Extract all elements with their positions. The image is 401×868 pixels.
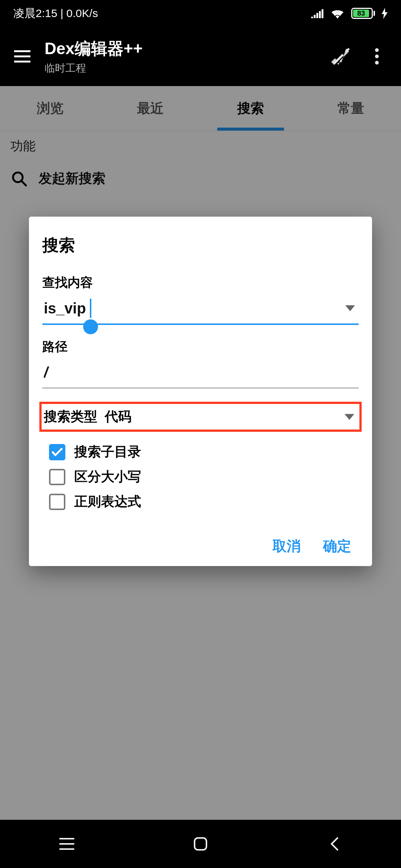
app-toolbar: Dex编辑器++ 临时工程: [0, 27, 401, 86]
back-icon[interactable]: [323, 833, 345, 855]
checkbox-unchecked-icon[interactable]: [49, 469, 65, 485]
cancel-button[interactable]: 取消: [273, 537, 301, 556]
check-regex-row[interactable]: 正则表达式: [49, 493, 359, 511]
soft-nav-bar: [0, 820, 401, 868]
check-subdir-row[interactable]: 搜索子目录: [49, 443, 359, 461]
ok-button[interactable]: 确定: [323, 537, 351, 556]
checkbox-unchecked-icon[interactable]: [49, 494, 65, 510]
search-type-row[interactable]: 搜索类型 代码: [39, 402, 362, 432]
type-value: 代码: [105, 408, 131, 426]
charging-icon: [382, 8, 388, 19]
check-case-label: 区分大小写: [74, 468, 141, 486]
check-case-row[interactable]: 区分大小写: [49, 468, 359, 486]
search-dialog: 搜索 查找内容 路径 搜索类型 代码 搜索子目录 区分大小写: [29, 217, 372, 566]
content-label: 查找内容: [42, 274, 359, 291]
content-field[interactable]: [42, 295, 359, 325]
path-label: 路径: [42, 338, 359, 355]
check-subdir-label: 搜索子目录: [74, 443, 141, 461]
dialog-title: 搜索: [42, 234, 359, 256]
cursor-handle[interactable]: [83, 319, 98, 334]
menu-button[interactable]: [7, 42, 37, 71]
wifi-icon: [330, 8, 345, 19]
status-time: 凌晨2:15 | 0.0K/s: [13, 6, 98, 21]
check-regex-label: 正则表达式: [74, 493, 141, 511]
build-icon[interactable]: [327, 43, 353, 69]
svg-point-1: [375, 55, 379, 58]
app-subtitle: 临时工程: [45, 61, 327, 75]
signal-icon: [311, 9, 324, 18]
path-field[interactable]: [42, 359, 359, 388]
type-label: 搜索类型: [44, 408, 97, 426]
svg-point-2: [375, 61, 379, 65]
chevron-down-icon[interactable]: [345, 305, 355, 311]
path-input[interactable]: [42, 359, 359, 388]
svg-rect-4: [195, 838, 206, 850]
more-icon[interactable]: [364, 43, 390, 69]
battery-pct: 83: [353, 10, 369, 17]
chevron-down-icon: [345, 414, 354, 420]
recent-apps-icon[interactable]: [56, 833, 78, 855]
battery-icon: 83: [351, 8, 375, 19]
svg-point-0: [375, 48, 379, 52]
text-cursor: [90, 299, 91, 318]
home-icon[interactable]: [189, 833, 212, 855]
status-bar: 凌晨2:15 | 0.0K/s 83: [0, 0, 401, 27]
app-title: Dex编辑器++: [45, 38, 327, 60]
checkbox-checked-icon[interactable]: [49, 444, 65, 460]
